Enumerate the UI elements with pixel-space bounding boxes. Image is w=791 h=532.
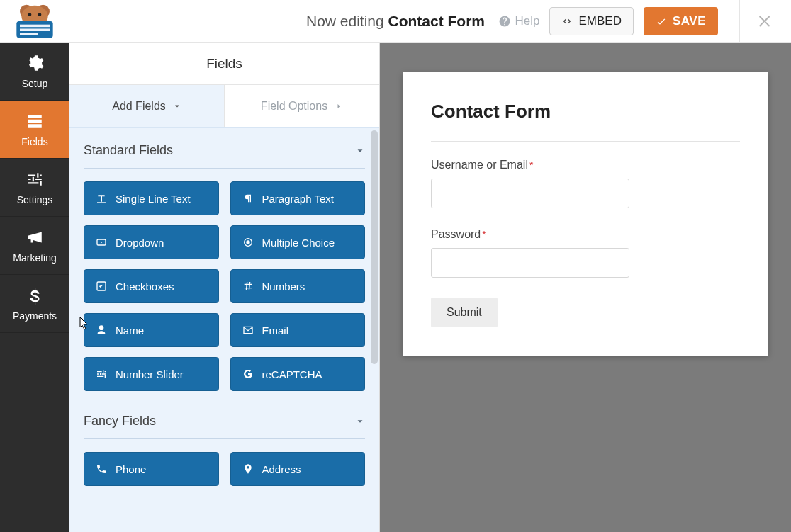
nav-item-fields[interactable]: Fields bbox=[0, 101, 69, 159]
sliders-icon bbox=[96, 368, 107, 380]
marketing-icon bbox=[26, 228, 44, 247]
nav-item-settings[interactable]: Settings bbox=[0, 159, 69, 217]
google-icon bbox=[242, 368, 254, 380]
nav-item-marketing[interactable]: Marketing bbox=[0, 217, 69, 275]
close-button[interactable] bbox=[756, 11, 775, 31]
field-type-address[interactable]: Address bbox=[230, 452, 366, 486]
svg-point-8 bbox=[28, 13, 32, 16]
code-icon bbox=[561, 16, 573, 27]
field-label: Name bbox=[116, 324, 144, 336]
field-type-dropdown[interactable]: Dropdown bbox=[84, 225, 219, 259]
nav-label: Fields bbox=[21, 136, 47, 147]
dropdown-icon bbox=[96, 237, 107, 248]
field-label: Single Line Text bbox=[116, 193, 191, 205]
question-icon bbox=[498, 15, 511, 28]
setup-icon bbox=[26, 54, 44, 72]
tab-field-options[interactable]: Field Options bbox=[224, 85, 379, 127]
field-label: Checkboxes bbox=[116, 281, 174, 293]
phone-icon bbox=[96, 463, 107, 475]
pin-icon bbox=[242, 463, 254, 475]
field-type-recaptcha[interactable]: reCAPTCHA bbox=[230, 357, 366, 391]
required-marker: * bbox=[529, 159, 533, 171]
nav-label: Marketing bbox=[13, 252, 56, 264]
chevron-right-icon bbox=[335, 102, 343, 111]
nav-item-setup[interactable]: Setup bbox=[0, 43, 69, 101]
field-label: Password* bbox=[431, 228, 740, 241]
field-type-paragraph-text[interactable]: Paragraph Text bbox=[230, 181, 366, 215]
section-header[interactable]: Standard Fields bbox=[84, 143, 365, 169]
panel-title: Fields bbox=[69, 43, 379, 85]
field-label: Number Slider bbox=[116, 368, 184, 380]
chevron-down-icon bbox=[355, 417, 365, 426]
fields-icon bbox=[26, 112, 44, 130]
chevron-down-icon bbox=[173, 102, 181, 111]
field-type-multiple-choice[interactable]: Multiple Choice bbox=[230, 225, 366, 259]
divider bbox=[739, 0, 740, 43]
password-input[interactable] bbox=[431, 248, 629, 278]
app-logo bbox=[0, 3, 69, 40]
submit-button[interactable]: Submit bbox=[431, 298, 498, 327]
field-type-name[interactable]: Name bbox=[84, 313, 219, 347]
paragraph-icon bbox=[242, 193, 254, 204]
page-title: Now editing Contact Form bbox=[306, 13, 485, 30]
text-icon bbox=[96, 193, 107, 204]
field-label: Phone bbox=[116, 463, 146, 475]
svg-rect-11 bbox=[20, 24, 50, 27]
field-type-phone[interactable]: Phone bbox=[84, 452, 219, 486]
tab-add-fields[interactable]: Add Fields bbox=[69, 85, 224, 127]
nav-label: Settings bbox=[17, 194, 53, 205]
check-icon bbox=[656, 16, 667, 27]
svg-rect-12 bbox=[20, 28, 50, 31]
settings-icon bbox=[26, 170, 44, 188]
field-label: Username or Email* bbox=[431, 159, 740, 171]
svg-point-9 bbox=[38, 13, 42, 16]
radio-icon bbox=[242, 237, 254, 248]
embed-button[interactable]: EMBED bbox=[549, 7, 633, 35]
field-label: Dropdown bbox=[116, 237, 164, 249]
field-type-number-slider[interactable]: Number Slider bbox=[84, 357, 219, 391]
hash-icon bbox=[242, 281, 254, 292]
checkbox-icon bbox=[96, 281, 107, 292]
text-input[interactable] bbox=[431, 179, 629, 208]
svg-rect-13 bbox=[20, 33, 38, 35]
field-label: reCAPTCHA bbox=[262, 368, 322, 380]
field-type-checkboxes[interactable]: Checkboxes bbox=[84, 269, 219, 303]
nav-label: Payments bbox=[13, 310, 57, 322]
scrollbar[interactable] bbox=[371, 130, 378, 364]
field-label: Address bbox=[262, 463, 301, 475]
field-label: Numbers bbox=[262, 281, 305, 293]
envelope-icon bbox=[242, 324, 254, 336]
field-label: Email bbox=[262, 324, 289, 336]
field-type-single-line-text[interactable]: Single Line Text bbox=[84, 181, 219, 215]
form-field[interactable]: Username or Email* bbox=[431, 159, 740, 208]
form-field[interactable]: Password* bbox=[431, 228, 740, 278]
payments-icon bbox=[26, 286, 44, 305]
field-type-email[interactable]: Email bbox=[230, 313, 366, 347]
field-label: Paragraph Text bbox=[262, 193, 334, 205]
close-icon bbox=[757, 13, 774, 30]
nav-label: Setup bbox=[22, 78, 48, 89]
nav-item-payments[interactable]: Payments bbox=[0, 275, 69, 333]
save-button[interactable]: SAVE bbox=[644, 7, 718, 35]
help-link[interactable]: Help bbox=[498, 14, 540, 28]
form-title: Contact Form bbox=[431, 101, 740, 123]
field-label: Multiple Choice bbox=[262, 237, 335, 249]
field-type-numbers[interactable]: Numbers bbox=[230, 269, 366, 303]
user-icon bbox=[96, 324, 107, 336]
chevron-down-icon bbox=[355, 146, 365, 156]
section-header[interactable]: Fancy Fields bbox=[84, 414, 365, 439]
form-preview: Contact Form Username or Email* Password… bbox=[403, 72, 768, 356]
required-marker: * bbox=[482, 229, 486, 240]
